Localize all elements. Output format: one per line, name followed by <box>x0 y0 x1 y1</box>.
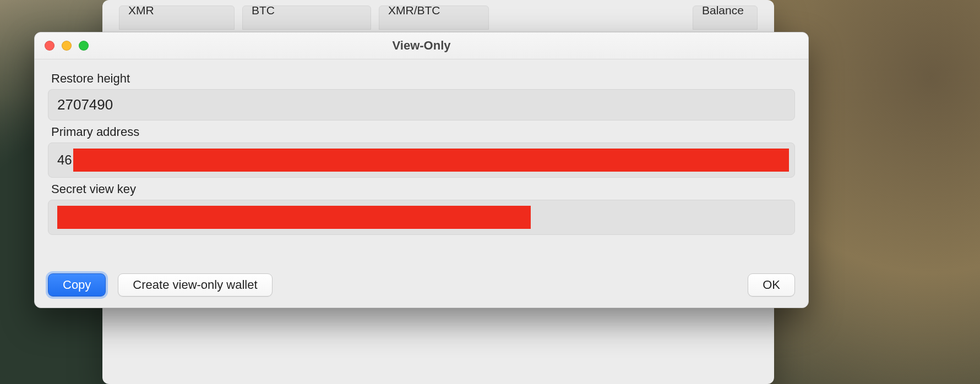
copy-button[interactable]: Copy <box>48 273 106 297</box>
create-button-label: Create view-only wallet <box>133 278 257 292</box>
bg-col-pair: XMR/BTC <box>379 6 489 30</box>
bg-col-btc: BTC <box>242 6 371 30</box>
bg-col-balance-label: Balance <box>699 3 752 18</box>
bg-spacer <box>497 6 685 30</box>
primary-address-label: Primary address <box>51 125 795 139</box>
background-header-row: XMR BTC XMR/BTC Balance <box>119 6 758 30</box>
bg-col-btc-label: BTC <box>248 3 365 18</box>
maximize-icon[interactable] <box>79 41 89 51</box>
secret-view-key-label: Secret view key <box>51 182 795 196</box>
primary-address-prefix: 46 <box>57 152 73 168</box>
bg-col-xmr: XMR <box>119 6 235 30</box>
view-only-dialog: View-Only Restore height 2707490 Primary… <box>34 32 809 308</box>
primary-address-field[interactable]: 46 <box>48 142 795 178</box>
dialog-button-row: Copy Create view-only wallet OK <box>48 273 795 297</box>
titlebar[interactable]: View-Only <box>35 32 808 59</box>
restore-height-value: 2707490 <box>57 96 113 113</box>
dialog-title: View-Only <box>35 39 808 53</box>
restore-height-label: Restore height <box>51 72 795 86</box>
minimize-icon[interactable] <box>62 41 72 51</box>
create-view-only-wallet-button[interactable]: Create view-only wallet <box>118 273 272 297</box>
bg-col-balance: Balance <box>693 6 758 30</box>
bg-col-xmr-label: XMR <box>125 3 228 18</box>
ok-button[interactable]: OK <box>748 273 795 297</box>
secret-view-key-field[interactable] <box>48 200 795 235</box>
ok-button-label: OK <box>763 278 780 292</box>
bg-col-pair-label: XMR/BTC <box>385 3 483 18</box>
window-controls <box>45 41 89 51</box>
dialog-content: Restore height 2707490 Primary address 4… <box>35 59 808 235</box>
restore-height-field[interactable]: 2707490 <box>48 89 795 120</box>
secret-view-key-redaction <box>57 206 531 229</box>
primary-address-redaction <box>73 149 789 172</box>
copy-button-label: Copy <box>63 278 91 292</box>
close-icon[interactable] <box>45 41 55 51</box>
